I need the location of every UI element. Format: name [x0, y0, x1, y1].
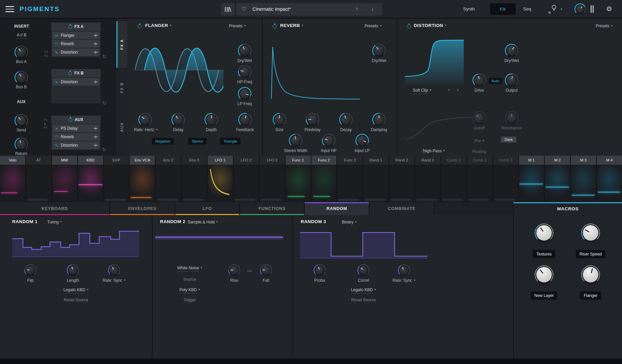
tab-seq[interactable]: Seq	[523, 6, 531, 11]
fx-slot[interactable]: » PS Delay	[52, 125, 100, 132]
mod-source-display[interactable]	[337, 165, 362, 202]
distortion-title-dropdown[interactable]: DISTORTION	[414, 23, 447, 28]
mod-source-cell[interactable]: Env 3	[182, 156, 207, 202]
reverb-predelay-knob[interactable]	[307, 115, 318, 125]
macro1-knob[interactable]	[536, 225, 552, 241]
mod-source-display[interactable]	[519, 165, 544, 202]
mod-source-display[interactable]	[78, 165, 103, 202]
mod-source-cell[interactable]: LFO 3	[260, 156, 285, 202]
mod-source-display[interactable]	[286, 165, 311, 202]
cycle-fx-b-icon[interactable]	[102, 100, 107, 106]
distortion-dry-wet-knob[interactable]	[507, 46, 517, 56]
flanger-dry-wet-knob[interactable]	[240, 46, 250, 56]
reverb-damping-knob[interactable]	[374, 115, 384, 125]
mod-source-header[interactable]: KBD	[78, 156, 103, 165]
aux-box-header[interactable]: AUX	[51, 116, 101, 124]
fx-slot[interactable]: ◠ Reverb	[52, 133, 100, 141]
mod-source-cell[interactable]: Velo	[0, 156, 25, 202]
mod-source-cell[interactable]: EXP	[104, 156, 129, 202]
random2-rise-knob[interactable]	[230, 266, 239, 275]
macro2-knob[interactable]	[583, 225, 598, 241]
reverb-power-icon[interactable]	[273, 24, 277, 28]
move-icon[interactable]	[94, 80, 98, 84]
distortion-drive-knob[interactable]	[474, 75, 484, 85]
mod-source-display[interactable]	[493, 165, 518, 202]
random3-rate-knob[interactable]	[400, 266, 408, 275]
chevron-down-icon[interactable]	[561, 7, 562, 11]
mod-source-header[interactable]: Env VCA	[130, 156, 155, 165]
mod-source-cell[interactable]: LFO 1	[208, 156, 233, 202]
mod-source-cell[interactable]: Func 2	[312, 156, 337, 202]
fx-tab-b[interactable]: FX B	[116, 69, 127, 107]
auto-gain-toggle[interactable]: Auto	[489, 78, 502, 84]
tab-synth[interactable]: Synth	[463, 6, 475, 11]
power-icon[interactable]	[68, 71, 72, 75]
empty-fx-slot[interactable]	[52, 95, 100, 102]
favorite-heart-icon[interactable]	[242, 6, 246, 12]
filter-position-dropdown[interactable]: Pre	[475, 139, 484, 143]
mod-source-display[interactable]	[312, 165, 337, 202]
mod-source-cell[interactable]: Func 3	[337, 156, 362, 202]
mod-source-header[interactable]: Env 2	[156, 156, 181, 165]
shape-prev-icon[interactable]	[448, 87, 450, 92]
mod-source-header[interactable]: Comb 2	[467, 156, 492, 165]
cycle-fx-a-icon[interactable]	[102, 54, 107, 60]
mod-source-display[interactable]	[571, 165, 596, 202]
fx-tab-aux[interactable]: AUX	[116, 108, 127, 146]
fx-slot[interactable]: ∞ Flanger	[52, 32, 100, 39]
macro1-label[interactable]: Textures	[533, 250, 555, 258]
mod-source-header[interactable]: M 1	[519, 156, 544, 165]
mod-source-cell[interactable]: Comb 2	[467, 156, 492, 202]
move-icon[interactable]	[94, 135, 98, 139]
mod-source-cell[interactable]: Comb 3	[493, 156, 518, 202]
rate-dropdown[interactable]: Rate: Sync	[393, 278, 415, 283]
sound-design-tips-button[interactable]	[551, 4, 557, 12]
reset-source-dropdown[interactable]: Legato KBD	[63, 287, 88, 292]
triangle-toggle[interactable]: Triangle	[220, 138, 241, 145]
routing-mode-dropdown[interactable]: A // B	[17, 33, 27, 37]
mod-source-cell[interactable]: Env VCA	[130, 156, 155, 202]
mod-source-cell[interactable]: MW	[52, 156, 77, 202]
macro3-label[interactable]: New Layer	[531, 292, 557, 300]
flanger-hp-freq-knob[interactable]	[240, 67, 250, 77]
shape-next-icon[interactable]	[457, 87, 459, 92]
fx-b-box-header[interactable]: FX B	[51, 69, 101, 77]
reverb-size-knob[interactable]	[274, 115, 285, 125]
settings-gear-icon[interactable]	[606, 5, 612, 13]
preset-name[interactable]: Cinematic Impact*	[252, 6, 291, 12]
mod-source-cell[interactable]: KBD	[78, 156, 103, 202]
mod-source-cell[interactable]: M 3	[571, 156, 596, 202]
flanger-depth-knob[interactable]	[206, 115, 216, 125]
mod-source-display[interactable]	[130, 165, 155, 202]
distortion-power-icon[interactable]	[407, 24, 411, 28]
fx-slot[interactable]: ∿ Distortion	[52, 49, 100, 56]
random1-step-display[interactable]	[12, 229, 139, 258]
mod-source-header[interactable]: Func 3	[337, 156, 362, 165]
aux-return-knob[interactable]	[16, 139, 26, 149]
random3-proba-knob[interactable]	[315, 266, 324, 275]
mod-source-display[interactable]	[234, 165, 259, 202]
distortion-cutoff-knob[interactable]	[474, 113, 484, 123]
flanger-lp-freq-knob[interactable]	[240, 89, 250, 99]
mod-source-header[interactable]: Func 2	[312, 156, 337, 165]
flanger-delay-knob[interactable]	[173, 115, 183, 125]
flanger-waveform-display[interactable]	[135, 35, 223, 104]
previous-preset-arrow-icon[interactable]	[356, 6, 358, 11]
mod-source-header[interactable]: Velo	[0, 156, 25, 165]
mod-source-header[interactable]: AT	[26, 156, 51, 165]
flanger-presets-dropdown[interactable]: Presets	[229, 24, 246, 28]
macro4-label[interactable]: Flanger	[580, 292, 601, 300]
bus-a-knob[interactable]	[16, 47, 26, 57]
preset-browser-button[interactable]	[221, 3, 235, 16]
random1-flip-knob[interactable]	[26, 266, 35, 275]
move-icon[interactable]	[94, 34, 98, 37]
fx-a-box-header[interactable]: FX A	[51, 23, 101, 31]
negative-toggle[interactable]: Negative	[152, 138, 174, 145]
mod-source-header[interactable]: LFO 3	[260, 156, 285, 165]
move-icon[interactable]	[94, 144, 98, 147]
mod-source-header[interactable]: M 3	[571, 156, 596, 165]
mod-source-header[interactable]: EXP	[104, 156, 129, 165]
reverb-dry-wet-knob[interactable]	[374, 46, 384, 56]
fx-slot[interactable]: ∿ Distortion	[52, 78, 100, 86]
random1-rate-knob[interactable]	[110, 266, 118, 275]
